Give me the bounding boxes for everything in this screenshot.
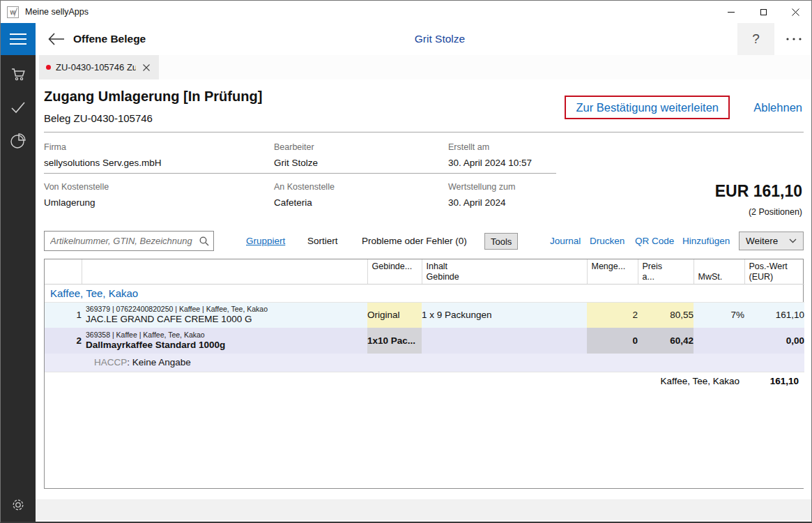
preis-cell[interactable]: 80,55 bbox=[638, 302, 694, 328]
print-link[interactable]: Drucken bbox=[590, 236, 625, 246]
menge-cell[interactable]: 2 bbox=[587, 302, 638, 328]
problems-toggle[interactable]: Probleme oder Fehler (0) bbox=[362, 236, 467, 246]
tools-button[interactable]: Tools bbox=[484, 233, 518, 250]
close-tab-icon bbox=[143, 64, 150, 71]
field-value-firma: sellysolutions Serv.ges.mbH bbox=[44, 158, 162, 168]
cart-icon bbox=[10, 66, 26, 82]
article-name: Dallmayrkaffee Standard 1000g bbox=[82, 340, 367, 351]
unsaved-dot-icon bbox=[46, 65, 51, 70]
table-row[interactable]: 1 369379 | 07622400820250 | Kaffee | Kaf… bbox=[45, 302, 804, 328]
sidebar-item-cart[interactable] bbox=[1, 63, 36, 84]
field-label-von-kostenstelle: Von Kostenstelle bbox=[44, 182, 109, 192]
gebinde-cell[interactable]: Original bbox=[367, 302, 422, 328]
article-description: 369379 | 07622400820250 | Kaffee | Kaffe… bbox=[82, 302, 367, 328]
gear-icon bbox=[10, 497, 26, 513]
app-logo-icon: w bbox=[7, 6, 19, 18]
toggle-sorted[interactable]: Sortiert bbox=[307, 236, 338, 246]
user-name[interactable]: Grit Stolze bbox=[349, 23, 530, 55]
haccp-label: HACCP bbox=[94, 357, 127, 367]
article-meta: 369358 | Kaffee | Kaffee, Tee, Kakao bbox=[82, 331, 367, 340]
header-preis[interactable]: Preisa... bbox=[638, 259, 694, 284]
document-title: Zugang Umlagerung [In Prüfung] bbox=[44, 89, 262, 105]
pie-chart-icon bbox=[10, 132, 26, 149]
field-value-wertstellung: 30. April 2024 bbox=[448, 197, 506, 208]
search-input[interactable] bbox=[45, 232, 195, 250]
page-title: Offene Belege bbox=[73, 23, 146, 55]
reject-button[interactable]: Ablehnen bbox=[753, 101, 802, 114]
header-description bbox=[82, 259, 367, 284]
hamburger-menu-button[interactable] bbox=[1, 23, 36, 55]
window-controls bbox=[715, 1, 811, 23]
gebinde-cell[interactable]: 1x10 Pac... bbox=[367, 328, 422, 354]
titlebar: w Meine sellyApps bbox=[1, 1, 811, 23]
group-summary-row: Kaffee, Tee, Kakao 161,10 bbox=[45, 372, 804, 391]
table-header-row: Gebinde... InhaltGebinde Menge... Preisa… bbox=[45, 259, 804, 284]
more-dropdown-label: Weitere bbox=[746, 236, 778, 246]
pos-wert-cell: 0,00 bbox=[744, 328, 804, 354]
help-button[interactable]: ? bbox=[737, 23, 774, 55]
article-meta: 369379 | 07622400820250 | Kaffee | Kaffe… bbox=[82, 305, 367, 314]
field-label-an-kostenstelle: An Kostenstelle bbox=[274, 182, 335, 192]
field-label-erstellt-am: Erstellt am bbox=[448, 142, 489, 152]
more-options-button[interactable] bbox=[776, 23, 812, 55]
minimize-button[interactable] bbox=[715, 1, 747, 23]
maximize-button[interactable] bbox=[747, 1, 779, 23]
document-number: Beleg ZU-0430-105746 bbox=[44, 112, 153, 124]
search-icon bbox=[199, 236, 209, 246]
forward-for-confirmation-button[interactable]: Zur Bestätigung weiterleiten bbox=[565, 96, 730, 119]
sidebar-item-tasks[interactable] bbox=[1, 97, 36, 118]
main-content: ZU-0430-105746 Zu... Zugang Umlagerung [… bbox=[36, 55, 811, 522]
maximize-icon bbox=[760, 9, 767, 15]
hamburger-icon bbox=[10, 33, 26, 35]
article-search-box bbox=[44, 231, 214, 251]
mwst-cell bbox=[694, 328, 744, 354]
more-dropdown[interactable]: Weitere bbox=[739, 232, 804, 250]
inhalt-cell: 1 x 9 Packungen bbox=[422, 302, 587, 328]
field-value-an-kostenstelle: Cafeteria bbox=[274, 197, 312, 208]
haccp-subrow[interactable]: HACCP: Keine Angabe bbox=[45, 354, 804, 372]
qr-code-link[interactable]: QR Code bbox=[635, 236, 674, 246]
close-button[interactable] bbox=[779, 1, 811, 23]
app-window: w Meine sellyApps Offene Belege Grit Sto… bbox=[0, 0, 812, 523]
search-button[interactable] bbox=[195, 236, 213, 246]
toggle-grouped[interactable]: Gruppiert bbox=[246, 236, 285, 246]
header-pos-wert[interactable]: Pos.-Wert(EUR) bbox=[744, 259, 804, 284]
preis-cell[interactable]: 60,42 bbox=[638, 328, 694, 354]
mwst-cell: 7% bbox=[694, 302, 744, 328]
sidebar bbox=[1, 55, 36, 522]
header-menge[interactable]: Menge... bbox=[587, 259, 638, 284]
field-value-erstellt-am: 30. April 2024 10:57 bbox=[448, 158, 532, 168]
group-header-row[interactable]: Kaffee, Tee, Kakao bbox=[45, 284, 804, 302]
positions-count: (2 Positionen) bbox=[749, 207, 802, 217]
article-description: 369358 | Kaffee | Kaffee, Tee, Kakao Dal… bbox=[82, 328, 367, 354]
article-name: JAC.LE GRAND CAFE CREME 1000 G bbox=[82, 314, 367, 325]
header-inhalt-gebinde[interactable]: InhaltGebinde bbox=[422, 259, 587, 284]
close-icon bbox=[792, 8, 799, 16]
table-empty-area bbox=[45, 391, 804, 488]
pos-wert-cell: 161,10 bbox=[744, 302, 804, 328]
tab-document[interactable]: ZU-0430-105746 Zu... bbox=[39, 55, 159, 79]
chevron-down-icon bbox=[789, 238, 797, 243]
back-arrow-icon bbox=[48, 33, 65, 45]
add-link[interactable]: Hinzufügen bbox=[682, 236, 730, 246]
status-bar bbox=[36, 499, 811, 520]
document-total: EUR 161,10 bbox=[715, 182, 802, 201]
positions-table: Gebinde... InhaltGebinde Menge... Preisa… bbox=[44, 259, 804, 489]
sidebar-item-reports[interactable] bbox=[1, 130, 36, 151]
tab-close-button[interactable] bbox=[141, 62, 152, 73]
table-row[interactable]: 2 369358 | Kaffee | Kaffee, Tee, Kakao D… bbox=[45, 328, 804, 354]
field-value-bearbeiter: Grit Stolze bbox=[274, 158, 318, 168]
inhalt-cell bbox=[422, 328, 587, 354]
settings-button[interactable] bbox=[1, 494, 36, 515]
row-number: 2 bbox=[45, 328, 82, 354]
header-divider bbox=[44, 132, 804, 132]
header-gebinde[interactable]: Gebinde... bbox=[367, 259, 422, 284]
journal-link[interactable]: Journal bbox=[550, 236, 581, 246]
menge-cell[interactable]: 0 bbox=[587, 328, 638, 354]
back-button[interactable] bbox=[43, 23, 70, 55]
ellipsis-icon bbox=[786, 38, 802, 40]
tab-label: ZU-0430-105746 Zu... bbox=[56, 62, 136, 73]
check-icon bbox=[10, 101, 26, 114]
header-mwst[interactable]: MwSt. bbox=[694, 259, 744, 284]
navbar: Offene Belege Grit Stolze ? bbox=[1, 23, 811, 55]
